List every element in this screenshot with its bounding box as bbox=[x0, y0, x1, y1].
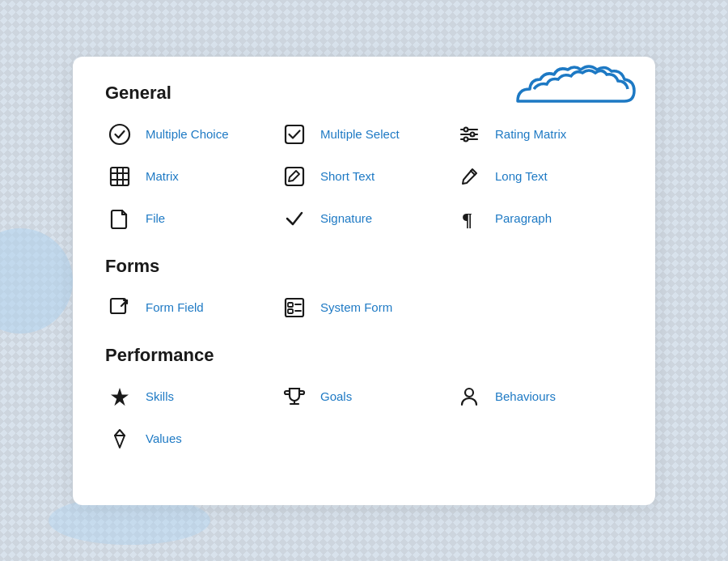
performance-section: Performance Skills bbox=[105, 345, 623, 453]
long-text-label: Long Text bbox=[495, 169, 548, 183]
paragraph-label: Paragraph bbox=[495, 211, 552, 225]
svg-point-7 bbox=[464, 137, 468, 141]
svg-point-0 bbox=[110, 125, 129, 144]
item-multiple-choice[interactable]: Multiple Choice bbox=[105, 120, 273, 149]
checkbox-check-icon bbox=[280, 120, 309, 149]
item-file[interactable]: File bbox=[105, 204, 273, 233]
pencil-icon bbox=[455, 162, 484, 191]
edit-box-icon bbox=[280, 162, 309, 191]
goals-label: Goals bbox=[320, 389, 352, 403]
svg-rect-1 bbox=[286, 125, 303, 143]
svg-text:¶: ¶ bbox=[462, 209, 472, 230]
item-matrix[interactable]: Matrix bbox=[105, 162, 273, 191]
item-goals[interactable]: Goals bbox=[280, 382, 448, 411]
item-skills[interactable]: Skills bbox=[105, 382, 273, 411]
form-field-label: Form Field bbox=[146, 300, 204, 314]
multiple-choice-label: Multiple Choice bbox=[146, 127, 229, 141]
svg-rect-18 bbox=[288, 309, 293, 313]
skills-label: Skills bbox=[146, 389, 174, 403]
grid-icon bbox=[105, 162, 134, 191]
item-signature[interactable]: Signature bbox=[280, 204, 448, 233]
item-form-field[interactable]: Form Field bbox=[105, 293, 273, 322]
general-grid: Multiple Choice Multiple Select bbox=[105, 120, 623, 233]
rating-matrix-label: Rating Matrix bbox=[495, 127, 566, 141]
svg-rect-13 bbox=[286, 168, 303, 185]
item-short-text[interactable]: Short Text bbox=[280, 162, 448, 191]
multiple-select-label: Multiple Select bbox=[320, 127, 400, 141]
behaviours-label: Behaviours bbox=[495, 389, 556, 403]
sliders-icon bbox=[455, 120, 484, 149]
forms-grid: Form Field System Form bbox=[105, 293, 623, 322]
performance-title: Performance bbox=[105, 345, 623, 366]
circle-check-icon bbox=[105, 120, 134, 149]
item-multiple-select[interactable]: Multiple Select bbox=[280, 120, 448, 149]
svg-point-5 bbox=[464, 127, 468, 131]
svg-rect-8 bbox=[111, 168, 129, 185]
item-long-text[interactable]: Long Text bbox=[455, 162, 623, 191]
svg-rect-17 bbox=[288, 303, 293, 307]
file-icon bbox=[105, 204, 134, 233]
item-rating-matrix[interactable]: Rating Matrix bbox=[455, 120, 623, 149]
values-label: Values bbox=[146, 431, 182, 445]
item-paragraph[interactable]: ¶ Paragraph bbox=[455, 204, 623, 233]
trophy-icon bbox=[280, 382, 309, 411]
item-system-form[interactable]: System Form bbox=[280, 293, 448, 322]
star-icon bbox=[105, 382, 134, 411]
paragraph-icon: ¶ bbox=[455, 204, 484, 233]
forms-title: Forms bbox=[105, 256, 623, 277]
main-card: General Multiple Choice bbox=[73, 57, 655, 505]
short-text-label: Short Text bbox=[320, 169, 375, 183]
external-link-icon bbox=[105, 293, 134, 322]
signature-label: Signature bbox=[320, 211, 372, 225]
item-behaviours[interactable]: Behaviours bbox=[455, 382, 623, 411]
svg-point-21 bbox=[465, 389, 473, 397]
checkmark-icon bbox=[280, 204, 309, 233]
svg-point-6 bbox=[471, 132, 475, 136]
diamond-icon bbox=[105, 424, 134, 453]
forms-section: Forms Form Field bbox=[105, 256, 623, 322]
cloud-decoration bbox=[510, 49, 639, 117]
file-label: File bbox=[146, 211, 165, 225]
system-form-label: System Form bbox=[320, 300, 392, 314]
performance-grid: Skills Goals bbox=[105, 382, 623, 453]
matrix-label: Matrix bbox=[146, 169, 179, 183]
item-values[interactable]: Values bbox=[105, 424, 273, 453]
person-icon bbox=[455, 382, 484, 411]
deco-circle-left bbox=[0, 228, 73, 334]
form-lines-icon bbox=[280, 293, 309, 322]
